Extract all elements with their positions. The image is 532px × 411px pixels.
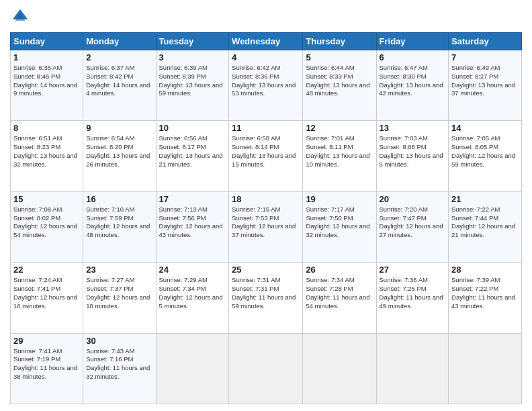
col-header-friday: Friday [376, 33, 449, 50]
day-cell: 7 Sunrise: 6:49 AM Sunset: 8:27 PM Dayli… [449, 50, 522, 121]
day-cell: 8 Sunrise: 6:51 AM Sunset: 8:23 PM Dayli… [11, 121, 83, 191]
day-number: 20 [380, 194, 446, 204]
day-info: Sunrise: 7:03 AM Sunset: 8:08 PM Dayligh… [380, 134, 446, 169]
col-header-wednesday: Wednesday [229, 33, 303, 50]
day-cell: 2 Sunrise: 6:37 AM Sunset: 8:42 PM Dayli… [83, 50, 156, 121]
day-cell: 3 Sunrise: 6:39 AM Sunset: 8:39 PM Dayli… [156, 50, 229, 121]
day-number: 7 [451, 52, 519, 62]
day-info: Sunrise: 6:35 AM Sunset: 8:45 PM Dayligh… [13, 64, 80, 98]
day-info: Sunrise: 7:22 AM Sunset: 7:44 PM Dayligh… [451, 205, 519, 240]
day-info: Sunrise: 7:10 AM Sunset: 7:59 PM Dayligh… [86, 205, 152, 240]
col-header-thursday: Thursday [303, 33, 376, 50]
day-cell: 1 Sunrise: 6:35 AM Sunset: 8:45 PM Dayli… [11, 50, 83, 121]
day-cell: 5 Sunrise: 6:44 AM Sunset: 8:33 PM Dayli… [303, 50, 376, 121]
day-cell [303, 333, 376, 404]
day-info: Sunrise: 6:47 AM Sunset: 8:30 PM Dayligh… [380, 64, 446, 98]
day-info: Sunrise: 7:15 AM Sunset: 7:53 PM Dayligh… [232, 205, 300, 240]
day-info: Sunrise: 6:37 AM Sunset: 8:42 PM Dayligh… [86, 64, 152, 98]
logo-icon [10, 7, 30, 27]
day-cell: 17 Sunrise: 7:13 AM Sunset: 7:56 PM Dayl… [156, 191, 229, 262]
day-info: Sunrise: 7:13 AM Sunset: 7:56 PM Dayligh… [159, 205, 226, 240]
day-number: 27 [380, 265, 446, 275]
day-info: Sunrise: 6:56 AM Sunset: 8:17 PM Dayligh… [159, 134, 226, 169]
day-number: 16 [86, 194, 152, 204]
day-number: 25 [232, 265, 300, 275]
day-info: Sunrise: 7:24 AM Sunset: 7:41 PM Dayligh… [13, 276, 80, 310]
day-number: 30 [86, 336, 152, 346]
day-cell: 13 Sunrise: 7:03 AM Sunset: 8:08 PM Dayl… [376, 121, 449, 191]
day-number: 29 [13, 336, 80, 346]
day-number: 12 [306, 123, 373, 133]
day-cell: 11 Sunrise: 6:58 AM Sunset: 8:14 PM Dayl… [229, 121, 303, 191]
day-number: 15 [13, 194, 80, 204]
day-cell: 26 Sunrise: 7:34 AM Sunset: 7:28 PM Dayl… [303, 263, 376, 333]
day-number: 14 [451, 123, 519, 133]
calendar: SundayMondayTuesdayWednesdayThursdayFrid… [10, 32, 522, 404]
day-number: 13 [380, 123, 446, 133]
day-cell: 19 Sunrise: 7:17 AM Sunset: 7:50 PM Dayl… [303, 191, 376, 262]
day-cell: 18 Sunrise: 7:15 AM Sunset: 7:53 PM Dayl… [229, 191, 303, 262]
day-cell: 27 Sunrise: 7:36 AM Sunset: 7:25 PM Dayl… [376, 263, 449, 333]
day-cell [229, 333, 303, 404]
col-header-monday: Monday [83, 33, 156, 50]
day-cell: 14 Sunrise: 7:05 AM Sunset: 8:05 PM Dayl… [449, 121, 522, 191]
day-number: 22 [13, 265, 80, 275]
day-cell: 22 Sunrise: 7:24 AM Sunset: 7:41 PM Dayl… [11, 263, 83, 333]
day-info: Sunrise: 7:08 AM Sunset: 8:02 PM Dayligh… [13, 205, 80, 240]
day-number: 5 [306, 52, 373, 62]
day-info: Sunrise: 7:39 AM Sunset: 7:22 PM Dayligh… [451, 276, 519, 310]
col-header-saturday: Saturday [449, 33, 522, 50]
day-info: Sunrise: 6:42 AM Sunset: 8:36 PM Dayligh… [232, 64, 300, 98]
day-number: 17 [159, 194, 226, 204]
day-cell: 20 Sunrise: 7:20 AM Sunset: 7:47 PM Dayl… [376, 191, 449, 262]
day-cell: 4 Sunrise: 6:42 AM Sunset: 8:36 PM Dayli… [229, 50, 303, 121]
day-info: Sunrise: 6:58 AM Sunset: 8:14 PM Dayligh… [232, 134, 300, 169]
day-number: 1 [13, 52, 80, 62]
day-info: Sunrise: 6:54 AM Sunset: 8:20 PM Dayligh… [86, 134, 152, 169]
col-header-sunday: Sunday [11, 33, 83, 50]
day-cell: 16 Sunrise: 7:10 AM Sunset: 7:59 PM Dayl… [83, 191, 156, 262]
day-cell: 24 Sunrise: 7:29 AM Sunset: 7:34 PM Dayl… [156, 263, 229, 333]
day-cell: 25 Sunrise: 7:31 AM Sunset: 7:31 PM Dayl… [229, 263, 303, 333]
day-info: Sunrise: 7:43 AM Sunset: 7:16 PM Dayligh… [86, 347, 152, 381]
day-info: Sunrise: 7:29 AM Sunset: 7:34 PM Dayligh… [159, 276, 226, 310]
day-info: Sunrise: 7:05 AM Sunset: 8:05 PM Dayligh… [451, 134, 519, 169]
day-info: Sunrise: 7:27 AM Sunset: 7:37 PM Dayligh… [86, 276, 152, 310]
day-number: 24 [159, 265, 226, 275]
day-number: 28 [451, 265, 519, 275]
day-cell: 28 Sunrise: 7:39 AM Sunset: 7:22 PM Dayl… [449, 263, 522, 333]
day-number: 26 [306, 265, 373, 275]
day-info: Sunrise: 7:31 AM Sunset: 7:31 PM Dayligh… [232, 276, 300, 310]
day-cell: 6 Sunrise: 6:47 AM Sunset: 8:30 PM Dayli… [376, 50, 449, 121]
day-number: 6 [380, 52, 446, 62]
day-number: 19 [306, 194, 373, 204]
day-info: Sunrise: 6:39 AM Sunset: 8:39 PM Dayligh… [159, 64, 226, 98]
day-cell: 9 Sunrise: 6:54 AM Sunset: 8:20 PM Dayli… [83, 121, 156, 191]
day-info: Sunrise: 7:41 AM Sunset: 7:19 PM Dayligh… [13, 347, 80, 381]
day-info: Sunrise: 6:51 AM Sunset: 8:23 PM Dayligh… [13, 134, 80, 169]
day-info: Sunrise: 6:44 AM Sunset: 8:33 PM Dayligh… [306, 64, 373, 98]
day-cell: 30 Sunrise: 7:43 AM Sunset: 7:16 PM Dayl… [83, 333, 156, 404]
day-info: Sunrise: 7:17 AM Sunset: 7:50 PM Dayligh… [306, 205, 373, 240]
logo [10, 7, 33, 27]
day-info: Sunrise: 7:36 AM Sunset: 7:25 PM Dayligh… [380, 276, 446, 310]
day-number: 11 [232, 123, 300, 133]
col-header-tuesday: Tuesday [156, 33, 229, 50]
day-cell: 23 Sunrise: 7:27 AM Sunset: 7:37 PM Dayl… [83, 263, 156, 333]
day-info: Sunrise: 7:20 AM Sunset: 7:47 PM Dayligh… [380, 205, 446, 240]
day-number: 4 [232, 52, 300, 62]
day-number: 18 [232, 194, 300, 204]
day-cell: 21 Sunrise: 7:22 AM Sunset: 7:44 PM Dayl… [449, 191, 522, 262]
day-number: 9 [86, 123, 152, 133]
day-cell: 10 Sunrise: 6:56 AM Sunset: 8:17 PM Dayl… [156, 121, 229, 191]
day-info: Sunrise: 7:34 AM Sunset: 7:28 PM Dayligh… [306, 276, 373, 310]
day-info: Sunrise: 6:49 AM Sunset: 8:27 PM Dayligh… [451, 64, 519, 98]
day-cell [156, 333, 229, 404]
day-cell: 15 Sunrise: 7:08 AM Sunset: 8:02 PM Dayl… [11, 191, 83, 262]
day-number: 3 [159, 52, 226, 62]
day-number: 21 [451, 194, 519, 204]
day-info: Sunrise: 7:01 AM Sunset: 8:11 PM Dayligh… [306, 134, 373, 169]
day-number: 2 [86, 52, 152, 62]
day-number: 10 [159, 123, 226, 133]
day-cell [449, 333, 522, 404]
